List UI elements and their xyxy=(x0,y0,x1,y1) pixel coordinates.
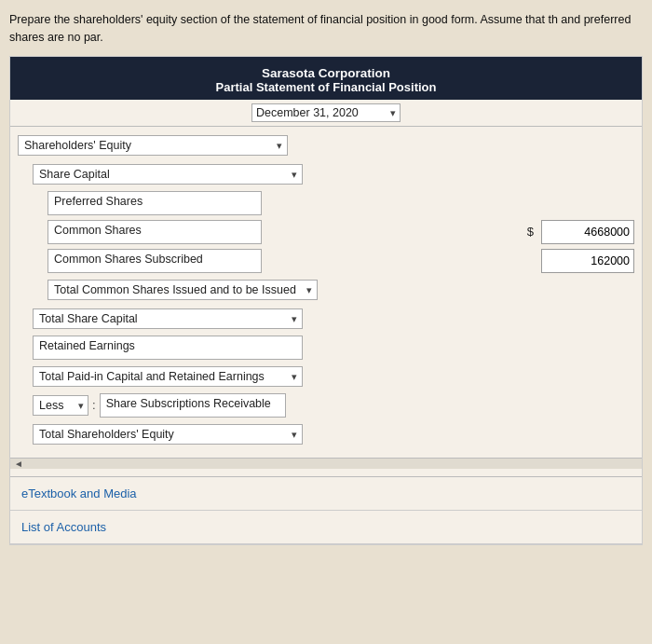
common-shares-field[interactable]: Common Shares xyxy=(48,220,262,244)
less-dropdown[interactable]: Less xyxy=(33,395,88,416)
common-shares-subscribed-row: Common Shares Subscribed xyxy=(18,248,634,274)
scroll-indicator: ◄ xyxy=(10,458,642,469)
total-paid-in-label-cell: Total Paid-in Capital and Retained Earni… xyxy=(33,366,331,387)
card-header: Sarasota Corporation Partial Statement o… xyxy=(10,57,642,100)
total-share-capital-row: Total Share Capital xyxy=(18,306,634,332)
common-shares-subscribed-label-cell: Common Shares Subscribed xyxy=(48,249,346,273)
total-common-shares-label-cell: Total Common Shares Issued and to be Iss… xyxy=(48,280,346,300)
total-share-capital-label: Total Share Capital xyxy=(39,312,138,325)
share-capital-row: Share Capital xyxy=(18,161,634,187)
less-label: Less xyxy=(39,399,63,412)
retained-earnings-label-cell: Retained Earnings xyxy=(33,336,331,360)
common-shares-subscribed-field[interactable]: Common Shares Subscribed xyxy=(48,249,262,273)
less-label-cell: Less : Share Subscriptions Receivable xyxy=(33,393,331,418)
total-shareholders-equity-label-cell: Total Shareholders' Equity xyxy=(33,424,331,445)
total-paid-in-dropdown[interactable]: Total Paid-in Capital and Retained Earni… xyxy=(33,366,303,387)
common-shares-label: Common Shares xyxy=(54,224,142,237)
share-subscriptions-label: Share Subscriptions Receivable xyxy=(106,397,271,410)
retained-earnings-row: Retained Earnings xyxy=(18,335,634,361)
bottom-nav: eTextbook and Media List of Accounts xyxy=(10,476,642,544)
common-shares-value-cell: $ xyxy=(346,220,634,244)
total-paid-in-row: Total Paid-in Capital and Retained Earni… xyxy=(18,363,634,390)
common-shares-input[interactable] xyxy=(541,220,634,244)
shareholders-equity-dropdown[interactable]: Shareholders' Equity xyxy=(18,135,288,156)
total-share-capital-dropdown[interactable]: Total Share Capital xyxy=(33,308,303,329)
total-shareholders-equity-row: Total Shareholders' Equity xyxy=(18,421,634,447)
preferred-shares-label: Preferred Shares xyxy=(54,195,143,208)
common-shares-subscribed-value-cell xyxy=(346,249,634,273)
retained-earnings-field[interactable]: Retained Earnings xyxy=(33,336,303,360)
company-name: Sarasota Corporation xyxy=(18,66,634,80)
shareholders-equity-label: Shareholders' Equity xyxy=(24,139,131,152)
total-shareholders-equity-dropdown[interactable]: Total Shareholders' Equity xyxy=(33,424,303,445)
share-subscriptions-field[interactable]: Share Subscriptions Receivable xyxy=(100,393,286,418)
less-group: Less : Share Subscriptions Receivable xyxy=(33,393,331,418)
common-shares-subscribed-label: Common Shares Subscribed xyxy=(54,253,203,266)
statement-title: Partial Statement of Financial Position xyxy=(18,80,634,94)
common-shares-label-cell: Common Shares xyxy=(48,220,346,244)
scroll-left-arrow[interactable]: ◄ xyxy=(14,459,23,469)
date-select-wrapper[interactable]: December 31, 2020 xyxy=(251,103,401,122)
share-capital-label-cell: Share Capital xyxy=(33,164,331,185)
shareholders-equity-row: Shareholders' Equity xyxy=(18,132,634,158)
total-common-shares-label: Total Common Shares Issued and to be Iss… xyxy=(54,283,296,296)
instructions-text: Prepare the shareholders' equity section… xyxy=(9,11,643,47)
dollar-sign: $ xyxy=(527,225,537,239)
share-capital-dropdown[interactable]: Share Capital xyxy=(33,164,303,185)
date-select[interactable]: December 31, 2020 xyxy=(251,103,401,122)
form-area: Shareholders' Equity Share Capital Prefe… xyxy=(10,127,642,458)
shareholders-equity-label-cell: Shareholders' Equity xyxy=(18,135,316,156)
preferred-shares-field[interactable]: Preferred Shares xyxy=(48,191,262,215)
total-share-capital-label-cell: Total Share Capital xyxy=(33,308,331,329)
total-shareholders-equity-label: Total Shareholders' Equity xyxy=(39,428,174,441)
retained-earnings-label: Retained Earnings xyxy=(39,339,135,352)
less-row: Less : Share Subscriptions Receivable xyxy=(18,392,634,418)
common-shares-row: Common Shares $ xyxy=(18,219,634,245)
colon-separator: : xyxy=(92,398,96,412)
etextbook-link[interactable]: eTextbook and Media xyxy=(10,477,642,511)
page-wrapper: Prepare the shareholders' equity section… xyxy=(0,0,652,644)
total-paid-in-label: Total Paid-in Capital and Retained Earni… xyxy=(39,370,265,383)
main-card: Sarasota Corporation Partial Statement o… xyxy=(9,56,643,545)
preferred-shares-row: Preferred Shares xyxy=(18,190,634,216)
total-common-shares-row: Total Common Shares Issued and to be Iss… xyxy=(18,277,634,303)
list-of-accounts-link[interactable]: List of Accounts xyxy=(10,511,642,544)
total-common-shares-dropdown[interactable]: Total Common Shares Issued and to be Iss… xyxy=(48,280,318,300)
date-row: December 31, 2020 xyxy=(10,100,642,127)
share-capital-label: Share Capital xyxy=(39,168,110,181)
common-shares-subscribed-input[interactable] xyxy=(541,249,634,273)
preferred-shares-label-cell: Preferred Shares xyxy=(48,191,346,215)
